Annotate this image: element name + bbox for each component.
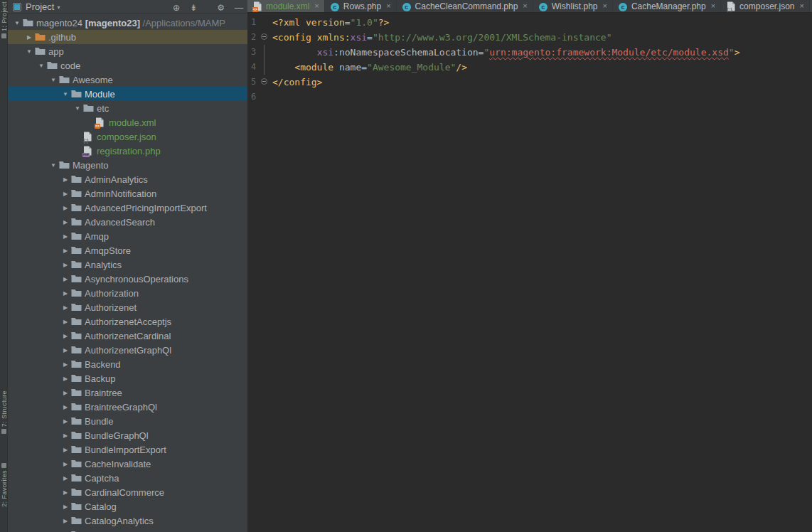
close-tab-icon[interactable]: ×	[799, 2, 803, 10]
tree-row-AdminNotification[interactable]: ▶ AdminNotification	[8, 186, 247, 201]
collapsed-arrow-icon[interactable]: ▶	[60, 248, 71, 254]
code-line-6[interactable]: 6	[247, 90, 812, 105]
tree-row-code[interactable]: ▼ code	[8, 58, 247, 73]
stripe-favorites-button[interactable]: 2: Favorites	[0, 461, 8, 507]
tree-row-Captcha[interactable]: ▶ Captcha	[8, 471, 247, 485]
expanded-arrow-icon[interactable]: ▼	[48, 77, 59, 83]
tab-module.xml[interactable]: <>module.xml×	[247, 0, 325, 12]
tree-row-Backend[interactable]: ▶ Backend	[8, 357, 247, 371]
tree-row-AdvancedPricingImportExport[interactable]: ▶ AdvancedPricingImportExport	[8, 201, 247, 215]
chevron-down-icon[interactable]: ▾	[57, 4, 60, 11]
project-panel-title[interactable]: Project	[26, 1, 54, 12]
tab-Wishlist.php[interactable]: cWishlist.php×	[533, 0, 613, 12]
tree-row-Authorizenet[interactable]: ▶ Authorizenet	[8, 300, 247, 314]
code-line-5[interactable]: 5</config>	[247, 75, 812, 90]
code-editor[interactable]: 1<?xml version="1.0"?>2<config xmlns:xsi…	[247, 13, 812, 532]
tree-row-Module[interactable]: ▼ Module	[8, 87, 247, 101]
tab-Rows.php[interactable]: cRows.php×	[325, 0, 397, 12]
collapsed-arrow-icon[interactable]: ▶	[60, 461, 71, 467]
close-tab-icon[interactable]: ×	[386, 2, 390, 10]
tree-row-BraintreeGraphQl[interactable]: ▶ BraintreeGraphQl	[8, 400, 247, 414]
expanded-arrow-icon[interactable]: ▼	[23, 48, 35, 55]
collapsed-arrow-icon[interactable]: ▶	[60, 319, 71, 325]
settings-gear-icon[interactable]: ⚙	[217, 3, 225, 13]
collapsed-arrow-icon[interactable]: ▶	[60, 432, 71, 439]
tree-row-Magento[interactable]: ▼ Magento	[8, 158, 247, 172]
collapsed-arrow-icon[interactable]: ▶	[60, 390, 71, 396]
tree-row-AsynchronousOperations[interactable]: ▶ AsynchronousOperations	[8, 272, 247, 286]
collapsed-arrow-icon[interactable]: ▶	[60, 504, 71, 510]
collapsed-arrow-icon[interactable]: ▶	[60, 276, 71, 282]
tree-row-AmqpStore[interactable]: ▶ AmqpStore	[8, 243, 247, 257]
tree-row-CatalogCmsGraphQl[interactable]: ▶ CatalogCmsGraphQl	[8, 528, 247, 532]
tree-row-Amqp[interactable]: ▶ Amqp	[8, 229, 247, 243]
code-line-2[interactable]: 2<config xmlns:xsi="http://www.w3.org/20…	[247, 30, 812, 45]
collapsed-arrow-icon[interactable]: ▶	[60, 376, 71, 382]
tree-row-composer.json[interactable]: {;}composer.json	[8, 129, 247, 144]
tree-row-Awesome[interactable]: ▼ Awesome	[8, 73, 247, 87]
stripe-structure-button[interactable]: 7: Structure	[0, 390, 8, 436]
tree-row-AdminAnalytics[interactable]: ▶ AdminAnalytics	[8, 172, 247, 186]
tree-row-.github[interactable]: ▶ .github	[8, 30, 247, 44]
collapsed-arrow-icon[interactable]: ▶	[60, 219, 71, 225]
code-line-4[interactable]: 4 <module name="Awesome_Module"/>	[247, 60, 812, 75]
tree-row-CardinalCommerce[interactable]: ▶ CardinalCommerce	[8, 485, 247, 499]
tree-row-CacheInvalidate[interactable]: ▶ CacheInvalidate	[8, 457, 247, 471]
collapsed-arrow-icon[interactable]: ▶	[60, 489, 71, 496]
close-tab-icon[interactable]: ×	[711, 2, 715, 10]
collapsed-arrow-icon[interactable]: ▶	[60, 205, 71, 211]
collapsed-arrow-icon[interactable]: ▶	[60, 418, 71, 425]
collapsed-arrow-icon[interactable]: ▶	[60, 333, 71, 339]
tree-row-app[interactable]: ▼ app	[8, 44, 247, 58]
tree-row-registration.php[interactable]: PHPregistration.php	[8, 144, 247, 158]
tree-row-Authorization[interactable]: ▶ Authorization	[8, 286, 247, 300]
tree-row-AuthorizenetGraphQl[interactable]: ▶ AuthorizenetGraphQl	[8, 343, 247, 357]
collapsed-arrow-icon[interactable]: ▶	[60, 404, 71, 410]
collapsed-arrow-icon[interactable]: ▶	[60, 447, 71, 453]
collapsed-arrow-icon[interactable]: ▶	[60, 475, 71, 482]
collapsed-arrow-icon[interactable]: ▶	[60, 191, 71, 197]
collapsed-arrow-icon[interactable]: ▶	[60, 347, 71, 353]
tree-row-etc[interactable]: ▼ etc	[8, 101, 247, 115]
tree-row-AuthorizenetAcceptjs[interactable]: ▶ AuthorizenetAcceptjs	[8, 314, 247, 329]
fold-marker-gutter[interactable]	[260, 30, 269, 45]
collapsed-arrow-icon[interactable]: ▶	[60, 518, 71, 524]
tree-row-BundleImportExport[interactable]: ▶ BundleImportExport	[8, 442, 247, 457]
collapsed-arrow-icon[interactable]: ▶	[60, 361, 71, 368]
tree-row-BundleGraphQl[interactable]: ▶ BundleGraphQl	[8, 428, 247, 442]
close-tab-icon[interactable]: ×	[523, 2, 527, 10]
tree-row-Catalog[interactable]: ▶ Catalog	[8, 499, 247, 514]
tab-CacheCleanCommand.php[interactable]: cCacheCleanCommand.php×	[397, 0, 533, 12]
tree-row-Bundle[interactable]: ▶ Bundle	[8, 414, 247, 428]
expanded-arrow-icon[interactable]: ▼	[72, 105, 83, 112]
collapse-all-icon[interactable]: ⇟	[190, 3, 197, 13]
fold-collapse-icon[interactable]	[261, 33, 267, 40]
tab-CacheManager.php[interactable]: cCacheManager.php×	[613, 0, 721, 12]
fold-collapse-icon[interactable]	[261, 78, 267, 85]
stripe-project-button[interactable]: 1: Project	[0, 1, 8, 41]
collapsed-arrow-icon[interactable]: ▶	[60, 262, 71, 268]
tree-row-Backup[interactable]: ▶ Backup	[8, 371, 247, 385]
tab-composer.json[interactable]: {;}composer.json×	[721, 0, 810, 12]
code-line-3[interactable]: 3 xsi:noNamespaceSchemaLocation="urn:mag…	[247, 45, 812, 60]
tree-row-magento24[interactable]: ▼ magento24 [magento23] /Applications/MA…	[8, 16, 247, 30]
tree-row-Analytics[interactable]: ▶ Analytics	[8, 257, 247, 272]
locate-file-icon[interactable]: ⊕	[173, 3, 180, 13]
close-tab-icon[interactable]: ×	[314, 2, 319, 10]
hide-panel-icon[interactable]: —	[235, 3, 243, 13]
tree-row-AdvancedSearch[interactable]: ▶ AdvancedSearch	[8, 215, 247, 229]
tree-row-CatalogAnalytics[interactable]: ▶ CatalogAnalytics	[8, 514, 247, 528]
collapsed-arrow-icon[interactable]: ▶	[60, 304, 71, 311]
close-tab-icon[interactable]: ×	[602, 2, 607, 10]
tree-row-Braintree[interactable]: ▶ Braintree	[8, 385, 247, 400]
expanded-arrow-icon[interactable]: ▼	[60, 91, 71, 97]
expanded-arrow-icon[interactable]: ▼	[11, 20, 23, 26]
collapsed-arrow-icon[interactable]: ▶	[23, 34, 35, 41]
expanded-arrow-icon[interactable]: ▼	[36, 63, 47, 69]
fold-marker-gutter[interactable]	[260, 75, 269, 90]
expanded-arrow-icon[interactable]: ▼	[48, 162, 59, 169]
code-line-1[interactable]: 1<?xml version="1.0"?>	[247, 15, 812, 30]
tree-row-module.xml[interactable]: <>module.xml	[8, 115, 247, 129]
tree-row-AuthorizenetCardinal[interactable]: ▶ AuthorizenetCardinal	[8, 329, 247, 343]
collapsed-arrow-icon[interactable]: ▶	[60, 290, 71, 297]
